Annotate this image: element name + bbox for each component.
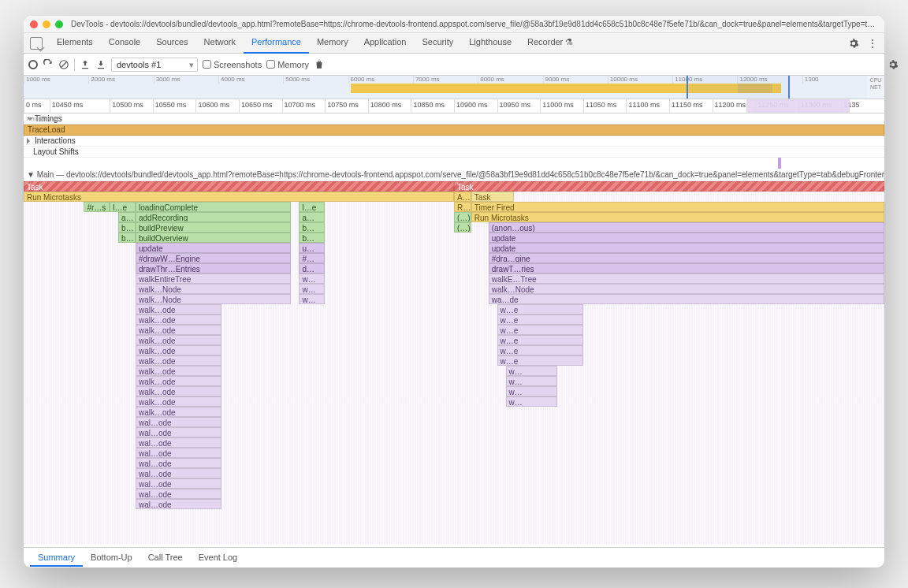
flame-bar[interactable]: walk…ode	[136, 355, 221, 366]
flame-bar[interactable]: b…	[118, 222, 136, 233]
flame-bar[interactable]: wal…ode	[136, 458, 221, 468]
flame-bar[interactable]: wa…de	[489, 294, 884, 304]
memory-checkbox[interactable]: Memory	[266, 60, 309, 69]
flame-bar[interactable]: b…	[299, 233, 325, 243]
flame-bar[interactable]: w…	[506, 376, 558, 386]
flame-bar[interactable]: walkE…Tree	[489, 274, 884, 284]
flame-bar[interactable]: a…	[118, 212, 136, 222]
inspect-element-icon[interactable]	[30, 37, 43, 50]
flame-bar[interactable]: A…	[454, 192, 471, 202]
flame-bar[interactable]: walk…ode	[136, 376, 221, 386]
flame-bar[interactable]: w…	[506, 386, 558, 396]
flame-chart[interactable]: TaskRun Microtasks#r…sl…eloadingComplete…	[24, 181, 884, 544]
timeline-ruler[interactable]: 0 ms10450 ms10500 ms10550 ms10600 ms1065…	[24, 99, 884, 114]
flame-bar[interactable]: w…	[299, 274, 325, 284]
flame-bar[interactable]: update	[489, 233, 884, 243]
upload-icon[interactable]	[80, 59, 91, 70]
flame-bar[interactable]: Task	[454, 181, 884, 192]
flame-bar[interactable]: w…e	[497, 325, 583, 335]
flame-bar[interactable]: Task	[471, 192, 515, 202]
flame-bar[interactable]: wal…ode	[136, 478, 221, 489]
flame-bar[interactable]: update	[489, 243, 884, 253]
flame-bar[interactable]: w…e	[497, 345, 583, 355]
tab-performance[interactable]: Performance	[244, 32, 309, 54]
flame-bar[interactable]: wal…ode	[136, 448, 221, 458]
flame-bar[interactable]: w…	[506, 396, 558, 407]
recording-selector[interactable]: devtools #1	[111, 58, 198, 72]
flame-bar[interactable]: b…	[118, 233, 136, 243]
flame-bar[interactable]: d…	[299, 263, 325, 274]
record-button[interactable]	[28, 60, 38, 69]
flame-bar[interactable]: w…e	[497, 335, 583, 345]
tab-security[interactable]: Security	[414, 32, 461, 54]
flame-bar[interactable]: Run Microtasks	[24, 192, 454, 202]
flame-bar[interactable]: wal…ode	[136, 427, 221, 437]
flame-bar[interactable]: R…	[454, 202, 471, 212]
flame-bar[interactable]: wal…ode	[136, 499, 221, 509]
flame-bar[interactable]: w…	[299, 294, 325, 304]
flame-bar[interactable]: walk…ode	[136, 325, 221, 335]
flame-bar[interactable]: addRecording	[136, 212, 291, 222]
clear-icon[interactable]	[58, 59, 69, 70]
tab-console[interactable]: Console	[101, 32, 148, 54]
maximize-window-button[interactable]	[55, 20, 63, 28]
tab-recorder[interactable]: Recorder ⚗	[519, 32, 581, 54]
flame-bar[interactable]: (…)	[454, 222, 471, 233]
tab-sources[interactable]: Sources	[148, 32, 195, 54]
download-icon[interactable]	[95, 59, 106, 70]
flame-bar[interactable]: wal…ode	[136, 468, 221, 478]
flame-bar[interactable]: wal…ode	[136, 437, 221, 448]
flame-bar[interactable]: walk…ode	[136, 304, 221, 314]
flame-bar[interactable]: l…e	[110, 202, 136, 212]
timings-header[interactable]: Timings	[24, 114, 884, 125]
flame-bar[interactable]: u…	[299, 243, 325, 253]
flame-bar[interactable]: #drawW…Engine	[136, 253, 291, 263]
flame-bar[interactable]: walk…ode	[136, 396, 221, 407]
flame-bar[interactable]: a…	[299, 212, 325, 222]
flame-bar[interactable]: Timer Fired	[471, 202, 884, 212]
flame-bar[interactable]: buildPreview	[136, 222, 291, 233]
trash-icon[interactable]	[314, 59, 325, 70]
flame-bar[interactable]: walk…Node	[136, 284, 291, 294]
flame-bar[interactable]: (…)	[454, 212, 471, 222]
flame-bar[interactable]: walk…ode	[136, 345, 221, 355]
minimize-window-button[interactable]	[43, 20, 50, 28]
flame-bar[interactable]: #…	[299, 253, 325, 263]
tab-network[interactable]: Network	[196, 32, 244, 54]
main-thread-header[interactable]: ▼ Main — devtools://devtools/bundled/dev…	[24, 169, 884, 181]
settings-gear-icon[interactable]	[848, 38, 859, 49]
close-window-button[interactable]	[30, 20, 38, 28]
flame-bar[interactable]: walk…ode	[136, 314, 221, 325]
timeline-overview[interactable]: 1000 ms2000 ms3000 ms4000 ms5000 ms6000 …	[24, 76, 884, 99]
flame-bar[interactable]: update	[136, 243, 291, 253]
flame-bar[interactable]: walk…Node	[489, 284, 884, 294]
flame-bar[interactable]: (anon…ous)	[489, 222, 884, 233]
flame-bar[interactable]: walkEntireTree	[136, 274, 291, 284]
flame-bar[interactable]: w…e	[497, 304, 583, 314]
flame-chart-area[interactable]: Animations Timings TraceLoad Interaction…	[24, 114, 884, 547]
flame-bar[interactable]: w…e	[497, 314, 583, 325]
tab-memory[interactable]: Memory	[309, 32, 356, 54]
tab-elements[interactable]: Elements	[49, 32, 101, 54]
flame-bar[interactable]: l…e	[299, 202, 325, 212]
tab-application[interactable]: Application	[356, 32, 415, 54]
tab-lighthouse[interactable]: Lighthouse	[461, 32, 519, 54]
flame-bar[interactable]: walk…ode	[136, 386, 221, 396]
reload-record-icon[interactable]	[43, 59, 54, 70]
flame-bar[interactable]: buildOverview	[136, 233, 291, 243]
flame-bar[interactable]: #r…s	[84, 202, 110, 212]
flame-bar[interactable]: loadingComplete	[136, 202, 291, 212]
flame-bar[interactable]: w…e	[497, 355, 583, 366]
flame-bar[interactable]: w…	[506, 366, 558, 376]
flame-bar[interactable]: walk…ode	[136, 366, 221, 376]
details-tab-event-log[interactable]: Event Log	[191, 549, 246, 567]
flame-bar[interactable]: drawThr…Entries	[136, 263, 291, 274]
details-tab-summary[interactable]: Summary	[30, 549, 83, 567]
flame-bar[interactable]: Run Microtasks	[471, 212, 884, 222]
more-options-icon[interactable]: ⋮	[867, 38, 878, 49]
traceload-bar[interactable]: TraceLoad	[24, 125, 884, 136]
flame-bar[interactable]: walk…Node	[136, 294, 291, 304]
screenshots-checkbox[interactable]: Screenshots	[203, 60, 262, 69]
flame-bar[interactable]: w…	[299, 284, 325, 294]
layoutshifts-header[interactable]: Layout Shifts	[24, 147, 884, 158]
